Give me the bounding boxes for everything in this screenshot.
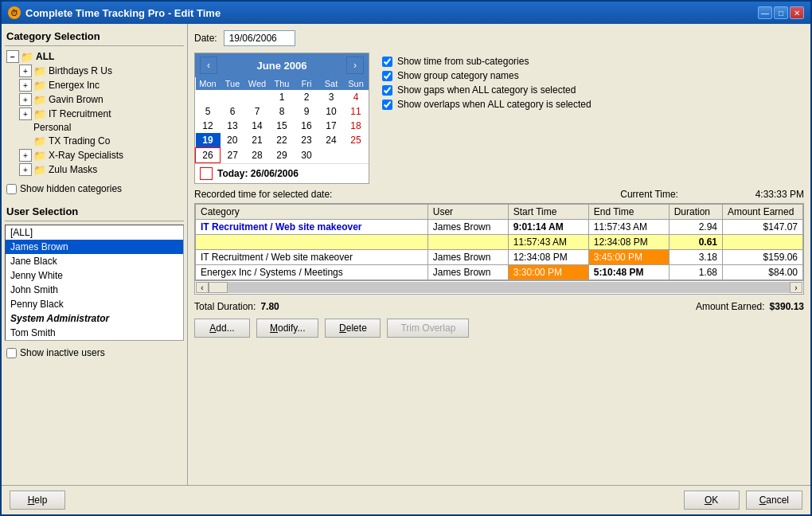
option-row-2: Show gaps when ALL category is selected: [382, 84, 591, 96]
date-input[interactable]: [224, 30, 295, 46]
calendar-day[interactable]: 10: [319, 104, 344, 119]
show-inactive-checkbox[interactable]: [6, 348, 17, 358]
tree-item-birthdays[interactable]: + 📁 Birthdays R Us: [5, 64, 184, 78]
current-time-label: Current Time:: [620, 189, 678, 200]
user-item-sysadmin[interactable]: System Administrator: [6, 311, 183, 326]
tree-item-energex[interactable]: + 📁 Energex Inc: [5, 78, 184, 92]
maximize-button[interactable]: □: [774, 6, 788, 19]
expand-xray-icon[interactable]: +: [19, 149, 32, 162]
close-button[interactable]: ✕: [790, 6, 804, 19]
tree-item-txtrading[interactable]: 📁 TX Trading Co: [5, 134, 184, 148]
calendar-day[interactable]: 20: [221, 133, 245, 148]
modify-button[interactable]: Modify...: [256, 319, 318, 338]
user-item-jamesbrown[interactable]: James Brown: [6, 240, 183, 254]
top-section: ‹ June 2006 › Mon Tue Wed Thu: [194, 53, 804, 184]
row2-duration: 0.61: [669, 235, 722, 250]
tree-item-label: X-Ray Specialists: [49, 150, 123, 161]
tree-item-xray[interactable]: + 📁 X-Ray Specialists: [5, 148, 184, 162]
calendar-day[interactable]: 2: [295, 90, 319, 104]
scroll-left-button[interactable]: ‹: [196, 282, 209, 293]
expand-gavin-icon[interactable]: +: [19, 93, 32, 106]
user-item-janeblack[interactable]: Jane Black: [6, 254, 183, 268]
user-item-all[interactable]: [ALL]: [6, 225, 183, 240]
calendar-day[interactable]: 26: [196, 148, 221, 163]
trim-overlap-button[interactable]: Trim Overlap: [387, 319, 469, 338]
calendar-day[interactable]: 29: [270, 148, 295, 163]
row1-user: James Brown: [427, 220, 508, 235]
option-checkbox-0[interactable]: [382, 57, 392, 67]
expand-it-icon[interactable]: +: [19, 108, 32, 120]
recorded-title: Recorded time for selected date:: [194, 189, 332, 200]
th-user: User: [427, 205, 508, 220]
calendar-day[interactable]: 13: [221, 119, 245, 133]
calendar-day[interactable]: 11: [344, 104, 369, 119]
option-checkbox-3[interactable]: [382, 100, 392, 110]
tree-item-personal[interactable]: Personal: [5, 121, 184, 134]
calendar-day[interactable]: 3: [319, 90, 344, 104]
scroll-thumb[interactable]: [209, 282, 228, 293]
expand-all-icon[interactable]: −: [6, 50, 19, 63]
calendar-day[interactable]: 28: [245, 148, 270, 163]
table-row[interactable]: IT Recruitment / Web site makeover James…: [196, 220, 803, 235]
calendar-prev-button[interactable]: ‹: [200, 57, 217, 74]
add-button[interactable]: Add...: [194, 319, 250, 338]
calendar-next-button[interactable]: ›: [346, 57, 364, 74]
delete-button[interactable]: Delete: [325, 319, 381, 338]
calendar-day[interactable]: 7: [245, 104, 270, 119]
tree-root-all[interactable]: − 📁 ALL: [5, 49, 184, 64]
table-row[interactable]: Energex Inc / Systems / Meetings James B…: [196, 265, 803, 280]
calendar-day[interactable]: 18: [344, 119, 369, 133]
show-inactive-label: Show inactive users: [20, 347, 105, 358]
scroll-track[interactable]: [228, 282, 790, 293]
tree-item-label: Energex Inc: [49, 80, 100, 91]
scroll-right-button[interactable]: ›: [790, 282, 802, 293]
calendar-day[interactable]: 1: [270, 90, 295, 104]
option-checkbox-2[interactable]: [382, 85, 392, 96]
current-time-value: 4:33:33 PM: [755, 189, 804, 200]
category-section-header: Category Selection: [5, 27, 184, 46]
calendar-day[interactable]: 15: [270, 119, 295, 133]
minimize-button[interactable]: —: [758, 6, 772, 19]
amount-earned-area: Amount Earned: $390.13: [696, 301, 804, 312]
option-checkbox-1[interactable]: [382, 71, 392, 81]
calendar-month-year: June 2006: [257, 60, 307, 72]
calendar-day[interactable]: 24: [319, 133, 344, 148]
user-item-jennywhite[interactable]: Jenny White: [6, 268, 183, 283]
tree-item-gavin[interactable]: + 📁 Gavin Brown: [5, 92, 184, 107]
calendar-day[interactable]: 30: [295, 148, 319, 163]
calendar-day[interactable]: 8: [270, 104, 295, 119]
calendar-day[interactable]: 19: [196, 133, 221, 148]
calendar-day[interactable]: 17: [319, 119, 344, 133]
calendar-day[interactable]: 6: [221, 104, 245, 119]
ok-button[interactable]: OK: [684, 491, 740, 510]
calendar-day[interactable]: 12: [196, 119, 221, 133]
cancel-button[interactable]: Cancel: [746, 491, 802, 510]
calendar-day[interactable]: 21: [245, 133, 270, 148]
expand-zulu-icon[interactable]: +: [19, 163, 32, 176]
show-hidden-checkbox[interactable]: [6, 184, 17, 194]
expand-birthdays-icon[interactable]: +: [19, 64, 32, 77]
calendar-day[interactable]: 9: [295, 104, 319, 119]
calendar-day[interactable]: 22: [270, 133, 295, 148]
tree-item-itrecruitment[interactable]: + 📁 IT Recruitment: [5, 107, 184, 121]
calendar-day[interactable]: 14: [245, 119, 270, 133]
calendar-day[interactable]: 4: [344, 90, 369, 104]
calendar-day[interactable]: 23: [295, 133, 319, 148]
folder-icon: 📁: [33, 93, 46, 106]
tree-item-zulu[interactable]: + 📁 Zulu Masks: [5, 162, 184, 177]
help-button[interactable]: Help: [10, 491, 65, 510]
calendar-day[interactable]: 27: [221, 148, 245, 163]
calendar-day[interactable]: 25: [344, 133, 369, 148]
expand-energex-icon[interactable]: +: [19, 79, 32, 92]
table-row[interactable]: IT Recruitment / Web site makeover James…: [196, 250, 803, 265]
user-item-tomsmith[interactable]: Tom Smith: [6, 326, 183, 340]
calendar-day[interactable]: 16: [295, 119, 319, 133]
tree-item-label: Gavin Brown: [49, 94, 103, 105]
user-item-pennyblack[interactable]: Penny Black: [6, 297, 183, 311]
app-icon: ⏱: [8, 6, 21, 19]
th-amount: Amount Earned: [723, 205, 803, 220]
table-row[interactable]: 11:57:43 AM 12:34:08 PM 0.61: [196, 235, 803, 250]
user-item-johnsmith[interactable]: John Smith: [6, 283, 183, 297]
main-window: ⏱ Complete Time Tracking Pro - Edit Time…: [0, 0, 812, 516]
calendar-day[interactable]: 5: [196, 104, 221, 119]
